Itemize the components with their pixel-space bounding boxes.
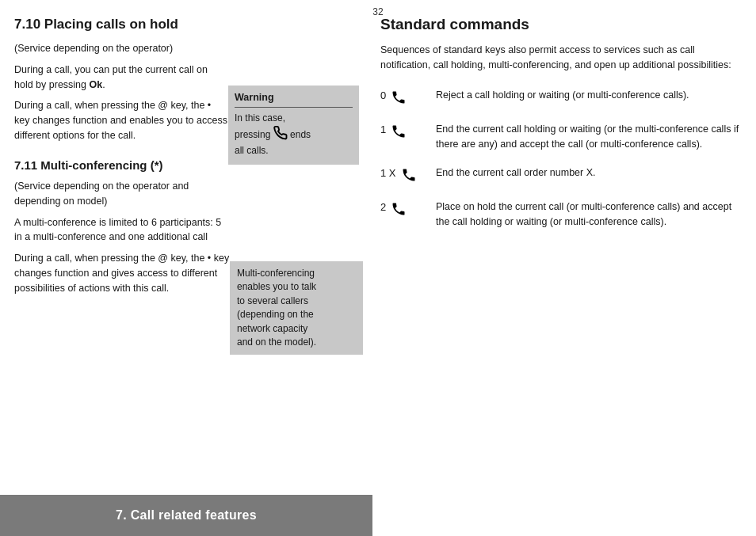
para-hold-suffix: . [102, 79, 105, 90]
cmd-row-2: 2 Place on hold the current call (or mul… [380, 200, 742, 230]
cmd-row-1x: 1 X End the current call order number X. [380, 165, 742, 187]
para-at-key-710: During a call, when pressing the @ key, … [14, 98, 228, 143]
ok-bold: Ok [90, 79, 103, 90]
cmd-num-0: 0 [380, 89, 386, 101]
cmd-num-1: 1 [380, 124, 386, 135]
para-at-key-711: During a call, when pressing the @ key, … [14, 251, 244, 295]
cmd-key-2: 2 [380, 200, 436, 221]
cmd-phone-icon-1 [391, 124, 407, 143]
cmd-num-1x: 1 X [380, 167, 396, 179]
left-column: 7.10 Placing calls on hold (Service depe… [0, 0, 372, 536]
right-heading: Standard commands [380, 16, 742, 33]
warning-line1: In this case, [235, 112, 285, 124]
info-line1: Multi-conferencing [237, 268, 315, 279]
cmd-row-1: 1 End the current call holding or waitin… [380, 122, 742, 153]
cmd-key-1: 1 [380, 122, 436, 143]
warning-line3: ends [290, 129, 311, 140]
info-box: Multi-conferencing enables you to talk t… [230, 261, 363, 355]
cmd-key-1x: 1 X [380, 165, 436, 187]
warning-line2: pressing [235, 129, 270, 140]
page-container: 32 7.10 Placing calls on hold (Service d… [0, 0, 756, 536]
para-hold-ok: During a call, you can put the current c… [14, 63, 228, 93]
cmd-num-2: 2 [380, 201, 386, 213]
cmd-phone-icon-0 [391, 89, 407, 109]
warning-box: Warning In this case, pressing ends all … [228, 86, 359, 165]
info-line5: network capacity [237, 323, 307, 334]
right-intro: Sequences of standard keys also permit a… [380, 43, 742, 74]
footer-text: 7. Call related features [116, 508, 257, 523]
warning-body: In this case, pressing ends all calls. [235, 112, 353, 158]
warning-title: Warning [235, 90, 353, 108]
info-line4: (depending on the [237, 309, 314, 320]
warning-phone-icon [273, 126, 288, 145]
para-service-operator-710: (Service depending on the operator) [14, 41, 228, 56]
cmd-desc-1x: End the current call order number X. [436, 165, 742, 181]
cmd-row-0: 0 Reject a call holding or waiting (or m… [380, 88, 742, 109]
footer-bar: 7. Call related features [0, 495, 372, 536]
cmd-key-0: 0 [380, 88, 436, 109]
cmd-desc-2: Place on hold the current call (or multi… [436, 200, 742, 230]
cmd-phone-icon-1x [401, 167, 417, 187]
para-service-operator-711: (Service depending on the operator and d… [14, 179, 228, 209]
warning-line4: all calls. [235, 145, 269, 156]
right-column: Standard commands Sequences of standard … [372, 0, 756, 536]
cmd-desc-1: End the current call holding or waiting … [436, 122, 742, 153]
info-line6: and on the model). [237, 336, 316, 348]
cmd-phone-icon-2 [391, 201, 407, 221]
para-multiconf-limit: A multi-conference is limited to 6 parti… [14, 215, 228, 245]
cmd-desc-0: Reject a call holding or waiting (or mul… [436, 88, 742, 103]
section-710-heading: 7.10 Placing calls on hold [14, 16, 358, 33]
info-line2: enables you to talk [237, 281, 316, 292]
info-line3: to several callers [237, 295, 308, 306]
para-hold-prefix: During a call, you can put the current c… [14, 64, 208, 90]
